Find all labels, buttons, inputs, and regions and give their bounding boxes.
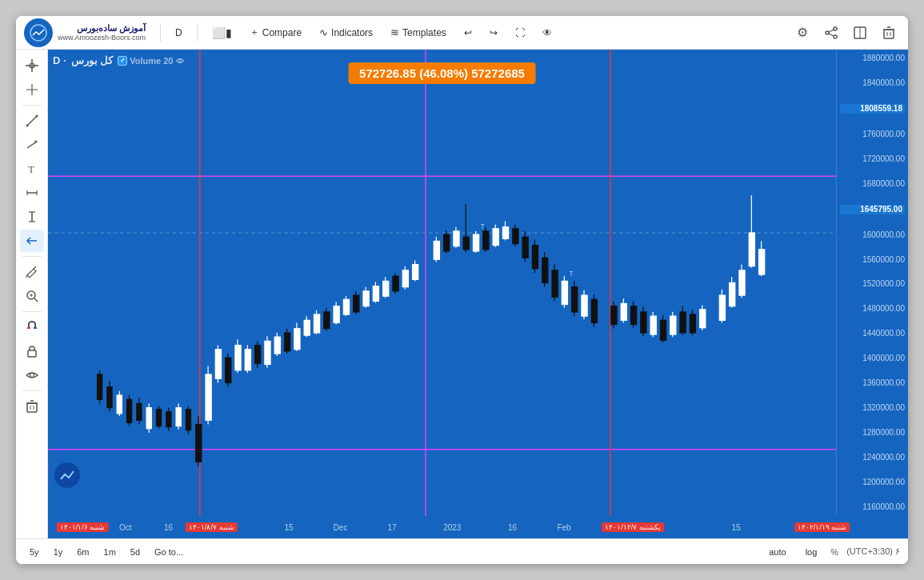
undo-icon: ↩: [464, 27, 472, 38]
toolbar-right: ⚙: [791, 22, 900, 44]
percent-label: %: [830, 547, 838, 557]
timeframe-1y-label: 1y: [54, 547, 63, 557]
svg-point-41: [30, 374, 34, 378]
trash-icon: [883, 26, 894, 39]
svg-text:T: T: [570, 270, 574, 278]
interval-label: D: [175, 27, 182, 38]
trend-line-tool[interactable]: [20, 110, 44, 132]
crosshair-tool[interactable]: [20, 54, 44, 77]
redo-icon: ↪: [490, 27, 498, 38]
timeframe-1m-label: 1m: [104, 547, 116, 557]
chart-area[interactable]: D · کل بورس ✓ Volume 20 572726.85 (46.08…: [48, 50, 836, 516]
price-level-1840: 1840000.00: [840, 79, 905, 87]
eye-tool[interactable]: [20, 364, 44, 386]
ray-tool[interactable]: [20, 134, 44, 156]
chart-type-button[interactable]: ⬜▮: [206, 24, 238, 42]
svg-point-19: [26, 125, 28, 127]
svg-line-33: [34, 298, 38, 302]
indicators-label: Indicators: [331, 27, 373, 38]
timeframe-5d-label: 5d: [130, 547, 140, 557]
divider-2: [197, 24, 198, 42]
delete-drawings-tool[interactable]: [20, 395, 44, 418]
redo-button[interactable]: ↪: [483, 25, 504, 41]
delete-button[interactable]: [878, 22, 900, 44]
log-button[interactable]: log: [800, 546, 823, 558]
templates-label: Templates: [402, 27, 446, 38]
layout-button[interactable]: [849, 22, 871, 44]
price-level-1160: 1160000.00: [840, 503, 905, 511]
tool-sep-1: [22, 105, 42, 106]
templates-button[interactable]: ≋ Templates: [384, 24, 453, 41]
timeframe-5y-label: 5y: [30, 547, 39, 557]
time-label-1: ۱۴۰۱/۸/۷ شنبه: [186, 522, 238, 532]
price-level-1320: 1320000.00: [840, 404, 905, 412]
price-level-1560: 1560000.00: [840, 256, 905, 264]
price-level-1808: 1808559.18: [840, 104, 905, 114]
settings-button[interactable]: ⚙: [791, 22, 814, 44]
price-level-1760: 1760000.00: [840, 130, 905, 138]
price-level-1360: 1360000.00: [840, 379, 905, 387]
goto-label: Go to...: [154, 547, 183, 557]
logo: آموزش ساده‌بورس www.Amoozesh-Boors.com: [24, 18, 146, 47]
bottom-right-info: ۶ (UTC+3:30) % log auto: [763, 546, 900, 558]
price-level-1880: 1880000.00: [840, 54, 905, 62]
svg-point-2: [826, 31, 829, 34]
timeframe-1m[interactable]: 1m: [98, 546, 122, 558]
chart-watermark: [54, 462, 80, 488]
price-tooltip: 572726.85 (46.08%) 57272685: [348, 62, 536, 84]
fullscreen-button[interactable]: ⛶: [509, 25, 531, 41]
price-range-tool[interactable]: [20, 206, 44, 228]
share-button[interactable]: [820, 22, 842, 44]
interval-button[interactable]: D: [169, 25, 189, 41]
svg-text:T: T: [481, 223, 485, 230]
price-level-current: 1645795.00: [840, 205, 905, 214]
compare-icon: ＋: [250, 26, 259, 39]
price-level-1400: 1400000.00: [840, 354, 905, 362]
svg-rect-42: [27, 403, 37, 412]
timeframe-5y[interactable]: 5y: [24, 546, 45, 558]
tool-sep-2: [22, 256, 42, 257]
time-label-0: ۱۴۰۱/۱/۶ شنبه: [57, 522, 109, 532]
compare-label: Compare: [262, 27, 302, 38]
layout-icon: [854, 26, 866, 39]
logo-url: www.Amoozesh-Boors.com: [58, 34, 146, 42]
price-tooltip-text: 572726.85 (46.08%) 57272685: [359, 66, 525, 80]
price-level-1480: 1480000.00: [840, 305, 905, 313]
bottom-bar: 5y 1y 6m 1m 5d Go to... ۶ (UTC+3:30) % l…: [16, 538, 908, 564]
svg-rect-40: [28, 350, 36, 357]
text-tool[interactable]: T: [20, 158, 44, 180]
hide-drawings-button[interactable]: 👁: [536, 25, 558, 41]
price-scale: 1880000.00 1840000.00 1808559.18 1760000…: [836, 50, 908, 516]
measure-tool[interactable]: [20, 182, 44, 204]
undo-button[interactable]: ↩: [458, 25, 478, 41]
arrow-tool[interactable]: [20, 230, 44, 252]
indicators-button[interactable]: ∿ Indicators: [313, 24, 379, 41]
timeframe-1y[interactable]: 1y: [48, 546, 69, 558]
time-label-17: 17: [387, 523, 396, 532]
svg-rect-8: [884, 30, 894, 38]
goto-button[interactable]: Go to...: [149, 546, 189, 558]
timeframe-5d[interactable]: 5d: [125, 546, 146, 558]
cursor-tool[interactable]: [20, 78, 44, 101]
lock-tool[interactable]: [20, 340, 44, 362]
timeframe-6m-label: 6m: [77, 547, 89, 557]
main-area: T: [16, 50, 908, 538]
svg-point-3: [834, 35, 837, 38]
logo-text: آموزش ساده‌بورس www.Amoozesh-Boors.com: [58, 23, 146, 42]
price-level-1280: 1280000.00: [840, 429, 905, 437]
compare-button[interactable]: ＋ Compare: [243, 23, 308, 42]
timeframe-6m[interactable]: 6m: [71, 546, 94, 558]
chart-and-axis: D · کل بورس ✓ Volume 20 572726.85 (46.08…: [48, 50, 908, 538]
logo-name: آموزش ساده‌بورس: [58, 23, 146, 34]
time-label-2023: 2023: [443, 523, 461, 532]
pencil-tool[interactable]: [20, 261, 44, 283]
time-label-2: ۱۴۰۱/۱۲/۷ یکشنبه: [602, 522, 664, 532]
auto-button[interactable]: auto: [763, 546, 791, 558]
price-level-1520: 1520000.00: [840, 280, 905, 288]
indicators-icon: ∿: [319, 26, 328, 38]
toolbar: آموزش ساده‌بورس www.Amoozesh-Boors.com D…: [16, 16, 908, 50]
magnet-tool[interactable]: [20, 316, 44, 338]
svg-line-30: [34, 266, 36, 269]
zoom-tool[interactable]: [20, 285, 44, 307]
price-level-1440: 1440000.00: [840, 330, 905, 338]
